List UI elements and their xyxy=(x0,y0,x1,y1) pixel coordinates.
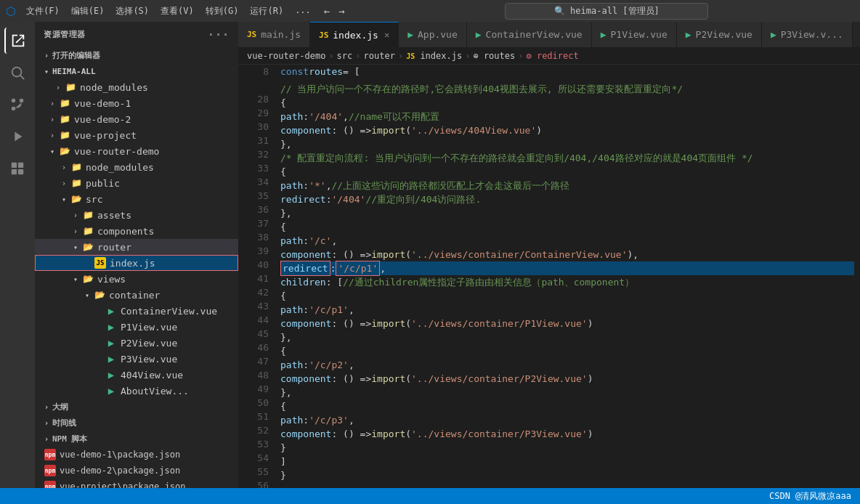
tab-container-vue[interactable]: ▶ ContainerView.vue xyxy=(467,22,592,47)
activity-explorer[interactable] xyxy=(4,28,31,54)
sidebar-header: 资源管理器 ··· xyxy=(35,22,238,47)
tab-main-js[interactable]: JS main.js xyxy=(238,22,310,47)
folder-icon: 📂 xyxy=(70,192,83,206)
svg-rect-2 xyxy=(12,163,17,168)
tree-item[interactable]: 📁 vue-demo-2 xyxy=(35,111,238,127)
tree-item[interactable]: 📂 container xyxy=(35,287,238,303)
folder-arrow xyxy=(70,227,81,235)
search-bar[interactable]: 🔍 heima-all [管理员] xyxy=(505,3,708,20)
menu-bar: 文件(F) 编辑(E) 选择(S) 查看(V) 转到(G) 运行(R) ... xyxy=(22,4,315,19)
breadcrumb-active[interactable]: ⚙ redirect xyxy=(526,51,578,61)
back-button[interactable]: ← xyxy=(321,5,333,17)
tree-item[interactable]: ▶ P2View.vue xyxy=(35,335,238,351)
tree-item[interactable]: 📁 node_modules xyxy=(35,159,238,175)
sidebar: 资源管理器 ··· 打开的编辑器 HEIMA-ALL 📁 node_module… xyxy=(35,22,238,488)
tree-item[interactable]: 📁 vue-project xyxy=(35,127,238,143)
code-line: { xyxy=(280,96,854,110)
folder-arrow xyxy=(70,243,81,251)
section-open-editors[interactable]: 打开的编辑器 xyxy=(35,47,238,63)
title-bar-center: 🔍 heima-all [管理员] xyxy=(360,3,854,20)
tree-item[interactable]: 📁 assets xyxy=(35,207,238,223)
tab-index-js[interactable]: JS index.js ✕ xyxy=(310,22,399,47)
tree-item[interactable]: 📂 vue-router-demo xyxy=(35,143,238,159)
activity-extensions[interactable] xyxy=(4,155,31,182)
vue-icon: ▶ xyxy=(105,336,118,349)
code-line: path: '/c/p1', xyxy=(280,303,854,317)
tree-item[interactable]: ▶ 404View.vue xyxy=(35,367,238,383)
menu-run[interactable]: 运行(R) xyxy=(246,4,288,19)
tree-item[interactable]: ▶ P3View.vue xyxy=(35,351,238,367)
tree-item[interactable]: 📁 vue-demo-1 xyxy=(35,95,238,111)
menu-file[interactable]: 文件(F) xyxy=(22,4,64,19)
code-line: { xyxy=(280,289,854,303)
activity-search[interactable] xyxy=(4,60,31,86)
tree-root[interactable]: HEIMA-ALL xyxy=(35,63,238,79)
tree-item[interactable]: 📁 components xyxy=(35,223,238,239)
code-editor: 8 28 29 30 31 32 33 34 35 36 37 38 39 40… xyxy=(238,65,860,488)
tree-item[interactable]: 📂 src xyxy=(35,191,238,207)
tree-item[interactable]: ▶ ContainerView.vue xyxy=(35,303,238,319)
tree-item[interactable]: 📁 node_modules xyxy=(35,79,238,95)
root-arrow xyxy=(41,68,52,76)
tab-p1-vue[interactable]: ▶ P1View.vue xyxy=(592,22,677,47)
forward-button[interactable]: → xyxy=(336,5,347,17)
tree-item-router[interactable]: 📂 router xyxy=(35,239,238,255)
vue-tab-icon: ▶ xyxy=(771,29,776,40)
tree-item[interactable]: 📁 public xyxy=(35,175,238,191)
menu-more[interactable]: ... xyxy=(291,4,315,19)
breadcrumb-item[interactable]: JS index.js xyxy=(406,51,462,61)
menu-select[interactable]: 选择(S) xyxy=(111,4,153,19)
code-line: }, xyxy=(280,206,854,220)
item-label: node_modules xyxy=(86,162,154,173)
breadcrumb-sep: › xyxy=(465,51,470,61)
tab-close-button[interactable]: ✕ xyxy=(384,30,389,40)
tree-item-index-js[interactable]: JS index.js xyxy=(35,255,238,271)
section-npm[interactable]: NPM 脚本 xyxy=(35,431,238,447)
code-line: component: () => import('../views/contai… xyxy=(280,317,854,330)
folder-arrow xyxy=(46,99,58,107)
tree-item[interactable]: ▶ P1View.vue xyxy=(35,319,238,335)
breadcrumb-item[interactable]: src xyxy=(337,51,353,61)
npm-item-label: vue-demo-2\package.json xyxy=(60,466,180,476)
status-bar: CSDN @清风微凉aaa xyxy=(0,488,860,504)
sidebar-more[interactable]: ··· xyxy=(208,28,230,41)
code-content[interactable]: const routes = [ // 当用户访问一个不存在的路径时,它会跳转到… xyxy=(275,65,860,488)
tree-item[interactable]: 📂 views xyxy=(35,271,238,287)
item-label: public xyxy=(86,178,120,189)
item-label: src xyxy=(86,194,102,205)
code-line: component: () => import('../views/contai… xyxy=(280,248,854,261)
breadcrumb-item[interactable]: vue-router-demo xyxy=(247,51,325,61)
npm-item[interactable]: npm vue-project\package.json xyxy=(35,479,238,488)
section-outline[interactable]: 大纲 xyxy=(35,399,238,415)
code-line: component: () => import('../views/contai… xyxy=(280,427,854,441)
menu-goto[interactable]: 转到(G) xyxy=(201,4,243,19)
item-label-index-js: index.js xyxy=(110,258,155,269)
folder-arrow xyxy=(58,195,70,203)
code-line: } xyxy=(280,468,854,482)
svg-point-0 xyxy=(12,68,22,77)
npm-item[interactable]: npm vue-demo-2\package.json xyxy=(35,463,238,479)
status-text: CSDN @清风微凉aaa xyxy=(769,490,851,503)
npm-item[interactable]: npm vue-demo-1\package.json xyxy=(35,447,238,463)
menu-edit[interactable]: 编辑(E) xyxy=(67,4,109,19)
code-line: path: '/c/p2', xyxy=(280,358,854,372)
tab-p2-vue[interactable]: ▶ P2View.vue xyxy=(677,22,762,47)
folder-arrow xyxy=(46,147,58,155)
item-label: vue-router-demo xyxy=(74,146,159,157)
breadcrumb-item[interactable]: ⊕ routes xyxy=(473,51,515,61)
tab-label: index.js xyxy=(333,30,378,41)
vue-tab-icon: ▶ xyxy=(476,29,482,40)
tab-p3-vue[interactable]: ▶ P3View.v... xyxy=(762,22,853,47)
breadcrumb-sep: › xyxy=(355,51,360,61)
breadcrumb-item[interactable]: router xyxy=(364,51,395,61)
code-line: } xyxy=(280,441,854,455)
item-label: AboutView... xyxy=(121,386,189,397)
activity-bar xyxy=(0,22,35,488)
section-timeline[interactable]: 时间线 xyxy=(35,415,238,431)
activity-source-control[interactable] xyxy=(4,92,31,118)
tab-app-vue[interactable]: ▶ App.vue xyxy=(399,22,467,47)
activity-run[interactable] xyxy=(4,123,31,150)
vue-icon: ▶ xyxy=(105,320,118,333)
menu-view[interactable]: 查看(V) xyxy=(156,4,198,19)
tree-item[interactable]: ▶ AboutView... xyxy=(35,383,238,399)
